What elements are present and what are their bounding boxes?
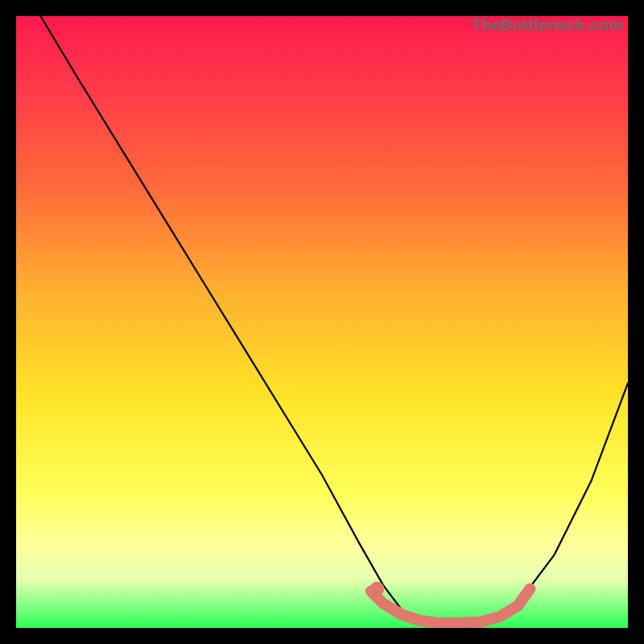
highlight-band [371, 588, 530, 623]
chart-frame: TheBottleneck.com [0, 0, 644, 644]
plot-area: TheBottleneck.com [16, 16, 628, 628]
watermark-text: TheBottleneck.com [472, 16, 623, 35]
chart-svg [16, 16, 628, 628]
highlight-dot [369, 581, 384, 596]
bottleneck-curve [40, 16, 628, 625]
